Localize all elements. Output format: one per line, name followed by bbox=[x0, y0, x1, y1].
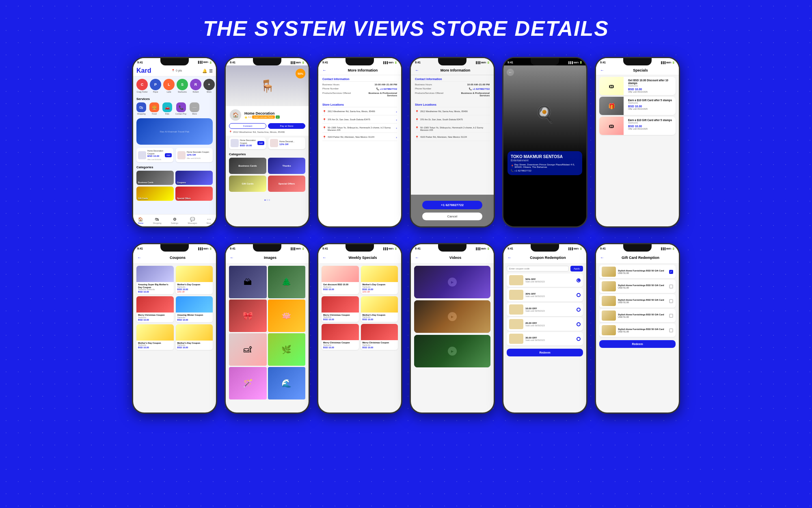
cat-coupons[interactable]: Coupons bbox=[175, 171, 213, 185]
cat-gift-cards[interactable]: Gift Cards bbox=[136, 187, 174, 201]
location-2[interactable]: 📍 376 Am Dr, San Jose, South Dakota 8347… bbox=[322, 117, 397, 124]
redeem-gift-btn[interactable]: Redeem bbox=[599, 340, 676, 348]
coupon-grid-3[interactable]: Merry Christmas Coupon Starbucks BSD 10.… bbox=[136, 296, 174, 322]
location-3[interactable]: 📍 50–2365 Tokyo Yo, Shibuya ku, Hommachi… bbox=[322, 125, 397, 133]
ride-icon: 🚗 bbox=[162, 102, 172, 112]
coupon-option-3[interactable]: 10.00 OFF Valid until 09/05/2023 bbox=[507, 303, 583, 316]
nav-messages[interactable]: 💬 Messages bbox=[188, 217, 197, 224]
coupon-radio-3[interactable] bbox=[577, 308, 581, 312]
add-store-coupon-1[interactable]: Add bbox=[257, 141, 264, 145]
wk-coupon-off-2: 10% Off bbox=[363, 291, 397, 293]
gift-item-4[interactable]: Stylish Home Furnishings BSD 50 Gift Car… bbox=[599, 309, 676, 322]
coupon-code-input[interactable] bbox=[507, 266, 569, 271]
back-btn-3[interactable]: ← bbox=[322, 68, 326, 72]
img-2[interactable]: 🌲 bbox=[268, 266, 306, 298]
coupon-option-4[interactable]: 20.00 OFF Valid until 09/05/2023 bbox=[507, 317, 583, 331]
location-1-4[interactable]: 📍 2912 Westheimer Rd, Santa Ana, Illinoi… bbox=[415, 109, 490, 115]
call-phone-btn[interactable]: +1 6278827722 bbox=[422, 201, 482, 209]
coupon-radio-1[interactable] bbox=[577, 278, 581, 282]
location-2-4[interactable]: 📍 376 Am Dr, San Jose, South Dakota 8347… bbox=[415, 117, 490, 124]
nav-home[interactable]: 🏠 Home bbox=[138, 217, 143, 224]
wk-coupon-4[interactable]: Mother's Day Coupon Starbucks BSD 10.00 bbox=[361, 296, 398, 322]
img-7[interactable]: 🪄 bbox=[229, 367, 267, 399]
redeem-coupon-btn[interactable]: Redeem bbox=[507, 349, 583, 356]
wk-coupon-5[interactable]: Merry Christmas Coupon Starbucks BSD 10.… bbox=[322, 324, 359, 350]
back-btn-5[interactable]: ← bbox=[507, 69, 514, 76]
service-more[interactable]: ⋯ More bbox=[190, 102, 199, 115]
gift-item-3[interactable]: Stylish Home Furnishings BSD 50 Gift Car… bbox=[599, 294, 676, 308]
biz-hours-value-4: 10:00 AM–21:00 PM bbox=[452, 83, 490, 86]
coupon-grid-4[interactable]: Amazing Winter Coupon Starbucks BSD 10.0… bbox=[176, 296, 213, 322]
coupon-option-1[interactable]: 50% OFF Valid until 09/05/2023 bbox=[507, 274, 583, 287]
coupon-option-2[interactable]: 30% OFF Valid until 09/05/2023 bbox=[507, 288, 583, 302]
avatar-item-5: R Robert bbox=[190, 79, 201, 93]
service-ride[interactable]: 🚗 Ride bbox=[162, 102, 172, 115]
gift-checkbox-5[interactable] bbox=[669, 328, 673, 332]
service-shopping[interactable]: 🛍 Shopping bbox=[136, 102, 146, 115]
service-food[interactable]: 🍔 Food bbox=[149, 102, 159, 115]
wk-coupon-img-5 bbox=[322, 324, 359, 340]
gift-item-2[interactable]: Stylish Home Furnishings BSD 50 Gift Car… bbox=[599, 280, 676, 293]
location-text-4: 4163 Parker Rd, Allentown, New Mexico 31… bbox=[328, 136, 374, 138]
coupon-grid-1[interactable]: Amazing Super Big Mother's Day Coupon St… bbox=[136, 266, 174, 294]
gift-checkbox-2[interactable] bbox=[669, 284, 673, 289]
coupon-option-5[interactable]: 30.00 OFF Valid until 09/05/2023 bbox=[507, 332, 583, 345]
bell-icon[interactable]: 🔔 bbox=[202, 69, 207, 73]
video-2[interactable]: ▶ bbox=[414, 300, 490, 333]
back-btn-8[interactable]: ← bbox=[230, 255, 234, 260]
back-btn-10[interactable]: ← bbox=[415, 255, 419, 260]
img-6[interactable]: 🌿 bbox=[268, 333, 306, 366]
cat-special-offers-2[interactable]: Special Offers bbox=[268, 176, 305, 192]
video-3[interactable]: ▶ bbox=[414, 335, 490, 367]
coupon-radio-4[interactable] bbox=[577, 322, 581, 326]
gift-checkbox-3[interactable] bbox=[669, 299, 673, 303]
cat-special-offers[interactable]: Special Offers bbox=[175, 187, 213, 201]
img-8[interactable]: 🌊 bbox=[268, 367, 306, 399]
phone-2-screen: 9:41 ▐▐▐ WiFi 🔋 50% 🪑 🏠 Home Decoration … bbox=[226, 58, 309, 226]
cat-business[interactable]: Business Cards bbox=[229, 158, 266, 174]
nav-more2[interactable]: ⋯ More bbox=[207, 217, 211, 224]
pay-at-store-btn[interactable]: Pay at Store bbox=[268, 123, 305, 129]
service-contact[interactable]: 📞 Contact Pay bbox=[175, 102, 186, 115]
back-btn-7[interactable]: ← bbox=[137, 255, 141, 260]
back-btn-11[interactable]: ← bbox=[508, 255, 512, 260]
location-4-4[interactable]: 📍 4163 Parker Rd, Allentown, New Mexico … bbox=[415, 135, 490, 141]
gift-checkbox-1[interactable]: ✓ bbox=[669, 270, 673, 274]
wk-coupon-3[interactable]: Merry Christmas Coupon Starbucks BSD 10.… bbox=[322, 296, 359, 322]
apply-coupon-btn[interactable]: Apply bbox=[570, 266, 583, 271]
img-3[interactable]: 🎀 bbox=[229, 300, 267, 332]
back-btn-9[interactable]: ← bbox=[322, 255, 326, 260]
gift-item-5[interactable]: Stylish Home Furnishings BSD 50 Gift Car… bbox=[599, 323, 676, 337]
coupon-price-g6: BSD 10.00 bbox=[177, 346, 212, 349]
location-4[interactable]: 📍 4163 Parker Rd, Allentown, New Mexico … bbox=[322, 135, 397, 141]
coupon-grid-5[interactable]: Mother's Day Coupon Starbucks BSD 10.00 bbox=[136, 324, 174, 350]
video-1[interactable]: ▶ bbox=[414, 266, 490, 298]
location-1[interactable]: 📍 2912 Westheimer Rd, Santa Ana, Illinoi… bbox=[322, 109, 397, 115]
cat-gift-cards-2[interactable]: Gift Cards bbox=[229, 176, 266, 192]
back-btn-6[interactable]: ← bbox=[600, 68, 604, 72]
connect-btn[interactable]: Connect bbox=[229, 123, 266, 129]
add-coupon-btn-1[interactable]: Add bbox=[165, 153, 172, 157]
gift-item-1[interactable]: Stylish Home Furnishings BSD 50 Gift Car… bbox=[599, 265, 676, 278]
wk-coupon-2[interactable]: Mother's Day Coupon Starbucks BSD 10.00 … bbox=[361, 266, 398, 294]
gift-checkbox-4[interactable] bbox=[669, 314, 673, 318]
cat-business-cards[interactable]: Business Cards bbox=[136, 171, 174, 185]
back-btn-12[interactable]: ← bbox=[600, 255, 604, 260]
img-5[interactable]: 🛋 bbox=[229, 333, 267, 366]
nav-settings[interactable]: ⚙ Settings bbox=[171, 217, 178, 224]
nav-shopping[interactable]: 🛍 Shopping bbox=[153, 217, 162, 224]
wk-coupon-1[interactable]: Get discount BSD 10.00 Starbucks BSD 10.… bbox=[322, 266, 359, 294]
coupon-grid-2[interactable]: Mother's Day Coupon Starbucks BSD 10.00 … bbox=[176, 266, 213, 294]
coupon-radio-2[interactable] bbox=[577, 293, 581, 297]
img-1[interactable]: 🏔 bbox=[229, 266, 267, 298]
img-4[interactable]: 🪷 bbox=[268, 300, 306, 332]
coupon-grid-6[interactable]: Mother's Day Coupon Starbucks BSD 10.00 bbox=[176, 324, 213, 350]
coupon-radio-5[interactable] bbox=[577, 337, 581, 341]
back-btn-4[interactable]: ← bbox=[415, 68, 419, 72]
menu-icon[interactable]: ☰ bbox=[209, 69, 213, 73]
wk-coupon-6[interactable]: Merry Christmas Coupon Starbucks BSD 10.… bbox=[361, 324, 398, 350]
cat-thanks[interactable]: Thanks bbox=[268, 158, 305, 174]
cancel-call-btn[interactable]: Cancel bbox=[422, 213, 482, 220]
location-3-4[interactable]: 📍 50–2365 Tokyo Yo, Shibuya ku, Hommachi… bbox=[415, 125, 490, 133]
loc-pin-1-4: 📍 bbox=[415, 110, 419, 114]
